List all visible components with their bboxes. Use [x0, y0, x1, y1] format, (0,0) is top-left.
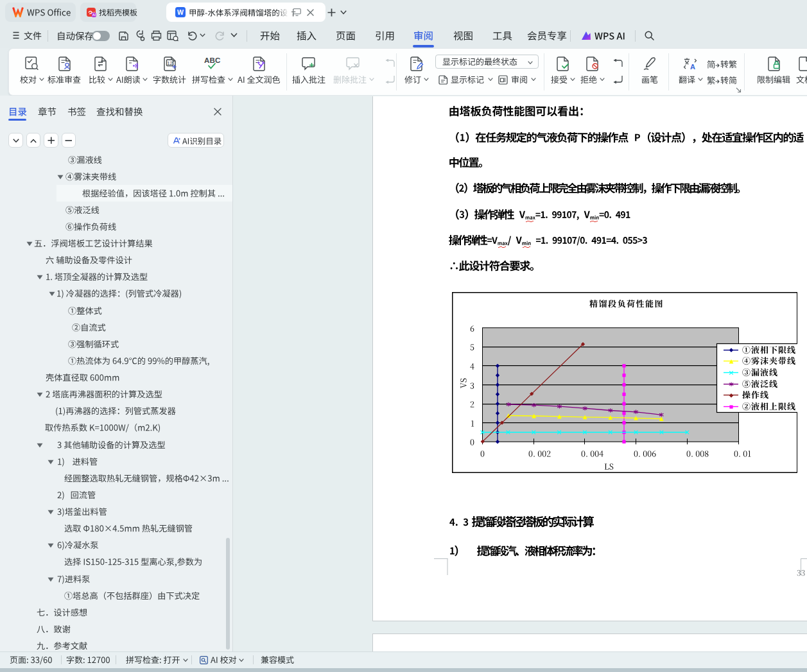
- svg-text:ABC: ABC: [204, 56, 221, 64]
- svg-text:A: A: [690, 63, 695, 71]
- svg-text:12: 12: [167, 60, 173, 66]
- svg-text:AI: AI: [92, 13, 96, 17]
- svg-text:W: W: [177, 8, 184, 16]
